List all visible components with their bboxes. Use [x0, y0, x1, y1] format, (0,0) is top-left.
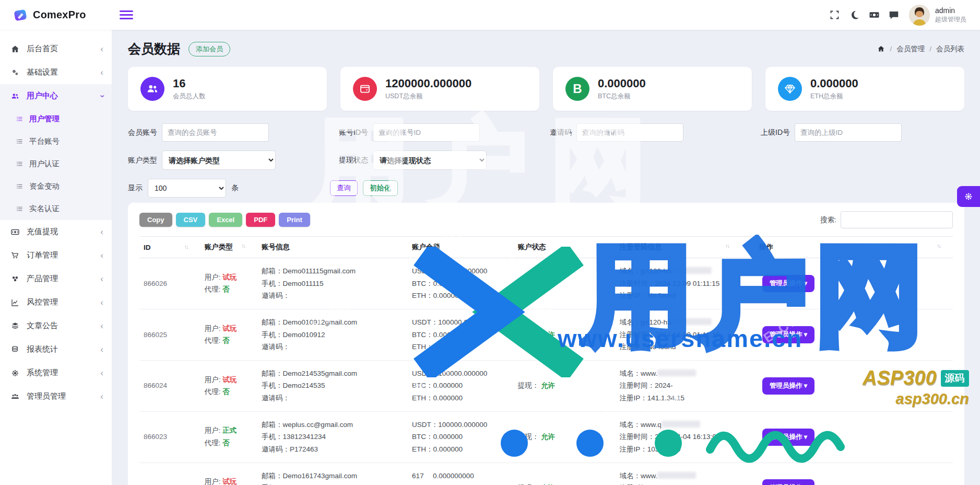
chat-icon[interactable]	[884, 5, 904, 25]
sidebar-subitem-0[interactable]: 用户管理	[0, 108, 112, 130]
member-type: 用户: 试玩代理: 否	[200, 309, 257, 360]
member-action: 管理员操作 ▾	[741, 309, 953, 360]
export-excel-button[interactable]: Excel	[209, 213, 242, 227]
member-info: 邮箱：Demo161743gmail.com手机：Demo161743邀请码：	[257, 463, 408, 485]
filter-input-3[interactable]	[795, 123, 902, 142]
stat-label: USDT总余额	[385, 92, 471, 101]
admin-action-button[interactable]: 管理员操作 ▾	[762, 326, 814, 343]
redacted-text	[662, 421, 700, 428]
query-button[interactable]: 查询	[330, 180, 358, 196]
admin-action-button[interactable]: 管理员操作 ▾	[762, 377, 814, 395]
home-icon	[877, 45, 885, 53]
filter-input-1[interactable]	[373, 123, 480, 142]
admin-user-menu[interactable]: admin 超级管理员	[935, 6, 966, 24]
cart-icon	[10, 251, 20, 260]
filter-field-0: 会员账号	[128, 123, 332, 142]
chevron-left-icon: ‹	[100, 368, 103, 378]
export-pdf-button[interactable]: PDF	[246, 213, 275, 227]
sidebar-subitem-1[interactable]: 平台账号	[0, 130, 112, 153]
sidebar-item-5[interactable]: 产品管理‹	[0, 267, 112, 291]
redacted-text	[673, 267, 712, 274]
filter-select-1[interactable]: 请选择提现状态	[373, 151, 487, 170]
list-icon	[16, 160, 23, 168]
list-icon	[16, 205, 23, 213]
column-header-3: 账户余额	[408, 237, 514, 258]
settings-gear-button[interactable]	[957, 186, 980, 207]
add-member-button[interactable]: 添加会员	[188, 42, 230, 56]
cash-icon[interactable]	[864, 5, 884, 25]
filter-input-0[interactable]	[162, 123, 269, 142]
member-status: 提现： 允许	[514, 360, 616, 411]
member-balance: USDT：100000.000000BTC：0.000000ETH：0.0000…	[408, 309, 514, 360]
column-label: 账户状态	[518, 243, 546, 251]
member-status: 提现： 允许	[514, 309, 616, 360]
export-copy-button[interactable]: Copy	[139, 213, 172, 227]
top-header: ComexPro admin 超级管理员	[0, 0, 980, 30]
sidebar-subitem-3[interactable]: 资金变动	[0, 175, 112, 198]
member-balance: USDT：100000.000000BTC：0.000000ETH：0.0000…	[408, 360, 514, 411]
sidebar-item-10[interactable]: 管理员管理‹	[0, 385, 112, 408]
hamburger-menu-icon[interactable]	[120, 8, 133, 21]
sort-arrows-icon: ↑↓	[725, 243, 729, 249]
sidebar-subitem-2[interactable]: 用户认证	[0, 153, 112, 175]
sidebar-item-0[interactable]: 后台首页‹	[0, 37, 112, 61]
chevron-left-icon: ‹	[100, 67, 103, 78]
sidebar-item-3[interactable]: 充值提现‹	[0, 220, 112, 244]
member-status: 提现： 允许	[514, 463, 616, 485]
page-size-select[interactable]: 100	[148, 179, 226, 198]
column-header-0[interactable]: ID↑↓	[139, 237, 200, 258]
sidebar-item-label: 报表统计	[27, 344, 58, 354]
column-header-6[interactable]: 操作↑↓	[741, 237, 953, 258]
member-balance: USDT：100000.000000BTC：0.000000ETH：0.0000…	[408, 411, 514, 463]
column-header-1[interactable]: 账户类型↑↓	[200, 237, 257, 258]
users-icon	[146, 82, 159, 96]
main-content: 会员数据 添加会员 /会员管理/会员列表 16会员总人数1200000.0000…	[112, 30, 980, 485]
dark-mode-moon-icon[interactable]	[844, 5, 864, 25]
sort-arrows-icon: ↑↓	[184, 244, 188, 250]
sidebar-item-1[interactable]: 基础设置‹	[0, 61, 112, 84]
stat-value: 0.000000	[810, 77, 858, 90]
member-info: 邮箱：Demo010912gmail.com手机：Demo010912邀请码：	[257, 309, 408, 360]
sidebar-item-7[interactable]: 文章公告‹	[0, 314, 112, 338]
sidebar-item-label: 文章公告	[27, 321, 58, 331]
member-action: 管理员操作 ▾	[741, 258, 953, 309]
member-info: 邮箱：Demo011115gmail.com手机：Demo011115邀请码：	[257, 258, 408, 309]
breadcrumb: /会员管理/会员列表	[877, 44, 964, 54]
member-action: 管理员操作 ▾	[741, 411, 953, 463]
export-print-button[interactable]: Print	[279, 213, 310, 227]
stat-label: 会员总人数	[173, 92, 206, 101]
wallet-icon	[359, 83, 371, 95]
list-icon	[16, 182, 23, 190]
member-info: 邮箱：weplus.cc@gmail.com手机：13812341234邀请码：…	[257, 411, 408, 463]
admin-name: admin	[935, 6, 966, 16]
admin-action-button[interactable]: 管理员操作 ▾	[762, 479, 814, 485]
avatar[interactable]	[909, 5, 930, 26]
column-header-5[interactable]: 注册登陆信息↑↓	[615, 237, 741, 258]
sidebar-item-8[interactable]: 报表统计‹	[0, 338, 112, 361]
reset-button[interactable]: 初始化	[363, 180, 398, 196]
filter-input-2[interactable]	[576, 123, 683, 142]
table-row: 866025用户: 试玩代理: 否邮箱：Demo010912gmail.com手…	[139, 309, 953, 360]
table-row: 866026用户: 试玩代理: 否邮箱：Demo011115gmail.com手…	[139, 258, 953, 309]
eth-icon	[784, 83, 796, 95]
export-csv-button[interactable]: CSV	[176, 213, 206, 227]
fullscreen-icon[interactable]	[824, 5, 844, 25]
admin-action-button[interactable]: 管理员操作 ▾	[762, 275, 814, 292]
sidebar-item-6[interactable]: 风控管理‹	[0, 291, 112, 314]
table-search-input[interactable]	[841, 211, 953, 228]
admin-action-button[interactable]: 管理员操作 ▾	[762, 429, 814, 446]
sidebar-subitem-4[interactable]: 实名认证	[0, 198, 112, 220]
breadcrumb-link[interactable]: 会员管理	[896, 44, 925, 54]
sidebar-item-2[interactable]: 用户中心‹	[0, 84, 112, 108]
member-id: 866025	[139, 309, 200, 360]
sidebar-item-4[interactable]: 订单管理‹	[0, 244, 112, 267]
brand-name: ComexPro	[33, 9, 86, 21]
member-balance: 617 0.000000000BTC：0.000000ETH：0.000000	[408, 463, 514, 485]
breadcrumb-link[interactable]: 会员列表	[936, 44, 964, 54]
column-header-4[interactable]: 账户状态↑↓	[514, 237, 616, 258]
stat-card-0: 16会员总人数	[128, 67, 327, 111]
filter-select-0[interactable]: 请选择账户类型	[162, 151, 276, 170]
sidebar-item-9[interactable]: 系统管理‹	[0, 361, 112, 385]
page-title: 会员数据	[128, 40, 180, 57]
sidebar-item-label: 用户中心	[27, 91, 58, 101]
